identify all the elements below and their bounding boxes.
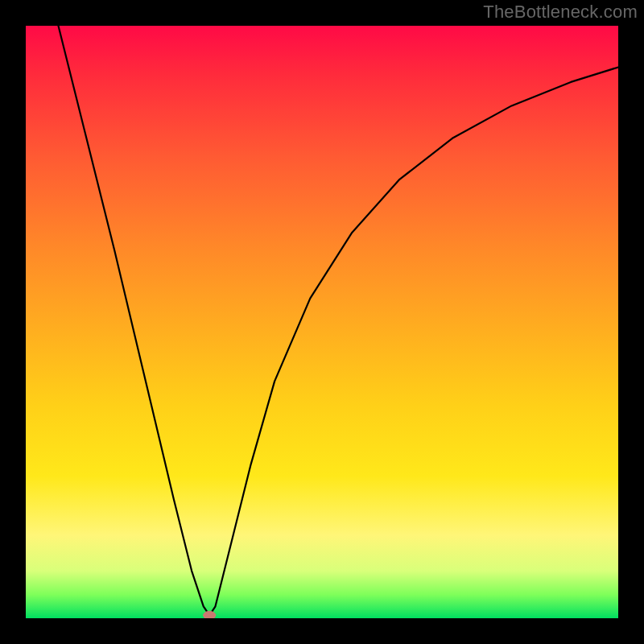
optimal-point-marker	[203, 611, 216, 618]
bottleneck-curve	[56, 26, 618, 615]
plot-area	[26, 26, 618, 618]
chart-svg	[26, 26, 618, 618]
chart-frame: TheBottleneck.com	[0, 0, 644, 644]
watermark-text: TheBottleneck.com	[483, 2, 638, 23]
